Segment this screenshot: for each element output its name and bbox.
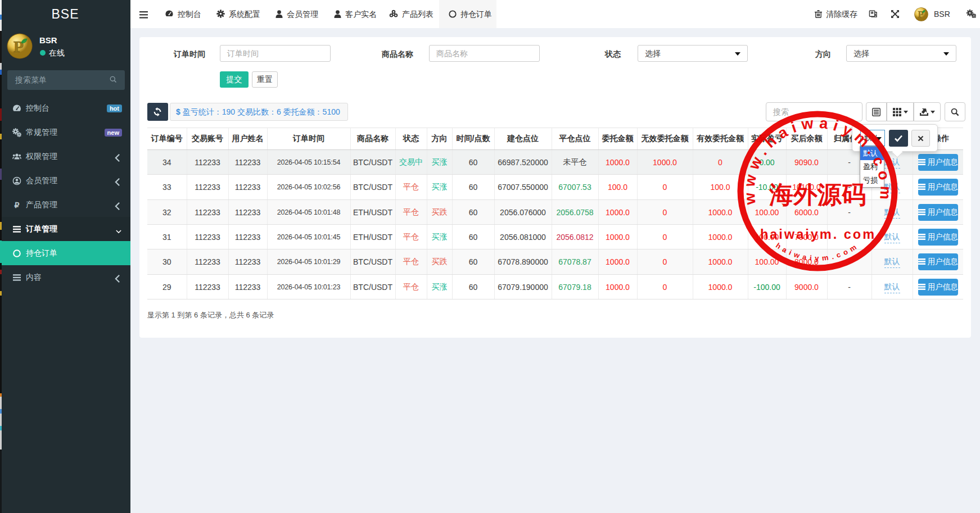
svg-text:haiwaiym. com: haiwaiym. com [760, 227, 876, 242]
svg-text:₽: ₽ [15, 201, 20, 210]
svg-text:海外源码: 海外源码 [769, 181, 866, 208]
